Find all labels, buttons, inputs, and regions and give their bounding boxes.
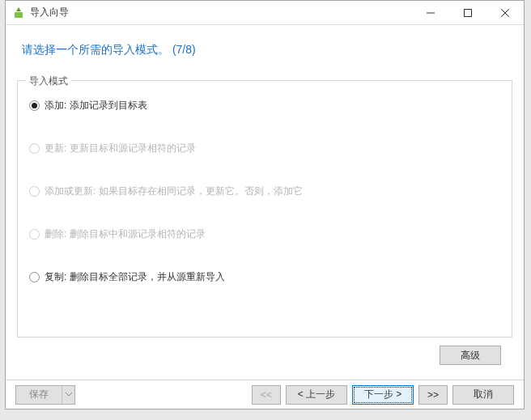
radio-label: 添加或更新: 如果目标存在相同记录，更新它。否则，添加它 bbox=[45, 185, 303, 198]
radio-icon bbox=[29, 229, 40, 240]
maximize-button[interactable] bbox=[449, 1, 486, 24]
svg-rect-0 bbox=[15, 12, 23, 18]
save-dropdown[interactable]: 保存 bbox=[15, 385, 75, 405]
wizard-window: 导入向导 请选择一个所需的导入模式。 (7/8) 导入模式 添加: 添加记录到目… bbox=[5, 0, 525, 409]
first-button[interactable]: << bbox=[252, 385, 281, 405]
svg-rect-2 bbox=[465, 9, 472, 16]
radio-label: 更新: 更新目标和源记录相符的记录 bbox=[45, 142, 196, 155]
radio-label: 删除: 删除目标中和源记录相符的记录 bbox=[45, 227, 206, 241]
advanced-button[interactable]: 高级 bbox=[440, 346, 501, 365]
option-update[interactable]: 更新: 更新目标和源记录相符的记录 bbox=[29, 142, 500, 155]
inner-button-row: 高级 bbox=[17, 337, 512, 365]
content-area: 导入模式 添加: 添加记录到目标表 更新: 更新目标和源记录相符的记录 添加或更… bbox=[6, 80, 524, 365]
last-button[interactable]: >> bbox=[418, 385, 448, 405]
radio-icon bbox=[29, 100, 40, 111]
radio-icon bbox=[29, 186, 40, 197]
prev-button[interactable]: < 上一步 bbox=[286, 385, 347, 405]
chevron-down-icon bbox=[62, 386, 74, 404]
option-append-update[interactable]: 添加或更新: 如果目标存在相同记录，更新它。否则，添加它 bbox=[29, 185, 500, 198]
app-icon bbox=[12, 6, 25, 19]
next-button[interactable]: 下一步 > bbox=[352, 385, 414, 405]
minimize-button[interactable] bbox=[412, 1, 449, 24]
titlebar: 导入向导 bbox=[6, 1, 524, 25]
footer: 保存 << < 上一步 下一步 > >> 取消 bbox=[6, 380, 524, 409]
radio-icon bbox=[29, 143, 40, 154]
option-append[interactable]: 添加: 添加记录到目标表 bbox=[29, 99, 500, 112]
radio-icon bbox=[29, 272, 40, 282]
save-label: 保存 bbox=[16, 388, 62, 401]
fieldset-legend: 导入模式 bbox=[26, 74, 71, 88]
option-copy[interactable]: 复制: 删除目标全部记录，并从源重新导入 bbox=[29, 270, 500, 284]
option-delete[interactable]: 删除: 删除目标中和源记录相符的记录 bbox=[29, 227, 500, 241]
window-title: 导入向导 bbox=[30, 6, 69, 19]
cancel-button[interactable]: 取消 bbox=[452, 385, 514, 405]
import-mode-fieldset: 导入模式 添加: 添加记录到目标表 更新: 更新目标和源记录相符的记录 添加或更… bbox=[17, 80, 512, 337]
radio-label: 添加: 添加记录到目标表 bbox=[45, 99, 147, 112]
window-controls bbox=[412, 1, 524, 24]
close-button[interactable] bbox=[486, 1, 524, 24]
radio-label: 复制: 删除目标全部记录，并从源重新导入 bbox=[45, 270, 225, 284]
page-heading: 请选择一个所需的导入模式。 (7/8) bbox=[6, 25, 524, 66]
